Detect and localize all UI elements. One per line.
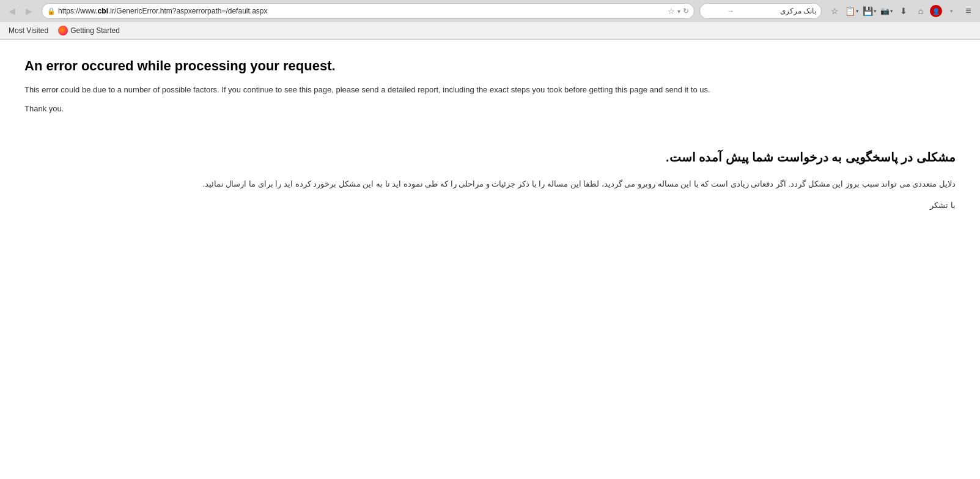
lock-icon: 🔒: [47, 7, 56, 15]
search-input[interactable]: [737, 7, 816, 15]
reload-icon[interactable]: ↻: [683, 7, 689, 15]
user-button[interactable]: ▾: [943, 3, 959, 19]
download-icon: ⬇: [900, 6, 907, 16]
screenshot-dropdown-icon: ▾: [890, 8, 893, 14]
browser-toolbar: 🔒 https://www.cbi.ir/GenericError.htm?as…: [0, 0, 980, 22]
save-dropdown-icon: ▾: [874, 8, 877, 14]
address-bar-icons: ☆ ▾ ↻: [668, 7, 689, 16]
star-icon: ☆: [831, 6, 839, 16]
user-dropdown-icon: ▾: [950, 8, 953, 14]
star-button[interactable]: ☆: [827, 3, 842, 19]
download-button[interactable]: ⬇: [896, 3, 912, 19]
page-content: An error occured while processing your r…: [0, 40, 980, 479]
menu-icon: ≡: [965, 6, 971, 17]
screenshot-button[interactable]: 📷 ▾: [879, 3, 894, 19]
error-thankyou-english: Thank you.: [24, 104, 956, 113]
back-button[interactable]: [4, 3, 20, 19]
error-description-english: This error could be due to a number of p…: [24, 84, 956, 97]
bookmarks-icon: 📋: [845, 6, 855, 16]
forward-icon: [26, 6, 32, 16]
getting-started-label: Getting Started: [70, 26, 120, 35]
firefox-icon: [58, 26, 68, 35]
error-section-farsi: مشکلی در پاسخگویی به درخواست شما پیش آمد…: [24, 150, 956, 210]
save-button[interactable]: 💾 ▾: [861, 3, 878, 19]
menu-button[interactable]: ≡: [960, 3, 976, 19]
home-button[interactable]: ⌂: [913, 3, 929, 19]
save-icon: 💾: [863, 6, 873, 16]
url-display: https://www.cbi.ir/GenericError.htm?aspx…: [58, 7, 665, 15]
nav-buttons: [4, 3, 37, 19]
url-domain: cbi: [98, 7, 108, 15]
error-title-english: An error occured while processing your r…: [24, 58, 956, 74]
bookmarks-dropdown-icon: ▾: [856, 8, 859, 14]
back-icon: [9, 6, 15, 16]
bookmarks-bar: Most Visited Getting Started: [0, 22, 980, 39]
user-icon: 👤: [932, 8, 940, 15]
search-bar[interactable]: →: [699, 3, 822, 19]
bookmark-star-icon[interactable]: ☆: [668, 7, 675, 16]
forward-button[interactable]: [21, 3, 37, 19]
error-description-farsi: دلایل متعددی می تواند سبب بروز این مشکل …: [24, 177, 956, 191]
bookmarks-button[interactable]: 📋 ▾: [844, 3, 860, 19]
search-arrow-icon: →: [727, 7, 734, 15]
address-bar[interactable]: 🔒 https://www.cbi.ir/GenericError.htm?as…: [42, 3, 694, 19]
user-avatar[interactable]: 👤: [930, 5, 942, 17]
screenshot-icon: 📷: [880, 7, 890, 15]
most-visited-bookmark[interactable]: Most Visited: [5, 25, 52, 36]
error-title-farsi: مشکلی در پاسخگویی به درخواست شما پیش آمد…: [24, 150, 956, 165]
toolbar-icons: ☆ 📋 ▾ 💾 ▾ 📷 ▾ ⬇ ⌂ 👤: [827, 3, 976, 19]
home-icon: ⌂: [918, 6, 923, 16]
browser-chrome: 🔒 https://www.cbi.ir/GenericError.htm?as…: [0, 0, 980, 40]
error-section-english: An error occured while processing your r…: [24, 58, 956, 113]
most-visited-label: Most Visited: [9, 26, 48, 35]
dropdown-icon[interactable]: ▾: [677, 8, 680, 15]
getting-started-bookmark[interactable]: Getting Started: [54, 24, 123, 37]
error-thankyou-farsi: با تشکر: [24, 201, 956, 210]
